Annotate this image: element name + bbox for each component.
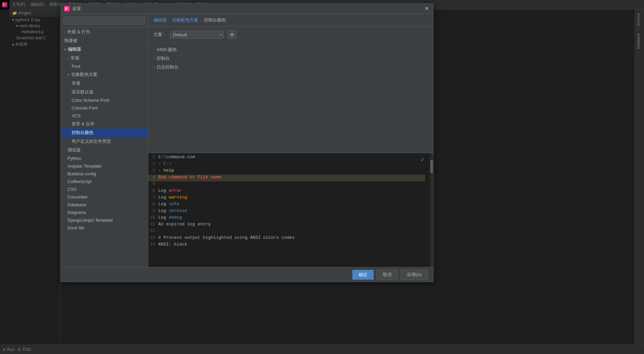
- tree-item-log-console[interactable]: › 日志控制台: [148, 63, 433, 72]
- settings-bottom: 确定 取消 应用(A): [61, 267, 433, 282]
- code-token: -: [158, 161, 164, 166]
- preview-line: 13# Process output highlighted using ANS…: [148, 235, 425, 242]
- preview-line: 9Log verbose: [148, 208, 425, 215]
- preview-code: 1C:\command.com2- C:>3- help4Bad command…: [148, 153, 425, 267]
- nav-diagrams[interactable]: Diagrams: [61, 209, 148, 216]
- tree-item-console[interactable]: › 控制台: [148, 54, 433, 63]
- preview-line: 2- C:>: [148, 161, 425, 168]
- breadcrumb-color-scheme[interactable]: 切换配色方案: [172, 17, 198, 23]
- nav-label: Buildout config: [68, 171, 96, 176]
- nav-label: Cucumber: [68, 194, 88, 200]
- preview-inner: 1C:\command.com2- C:>3- help4Bad command…: [148, 153, 433, 267]
- nav-label: 外观 & 行为: [67, 29, 90, 35]
- preview-scrollbar[interactable]: [430, 153, 433, 267]
- nav-cucumber[interactable]: Cucumber: [61, 193, 148, 201]
- nav-css[interactable]: CSS: [61, 185, 148, 193]
- nav-general2[interactable]: 常规: [61, 79, 148, 88]
- tree-item-ansi[interactable]: › ANSI 颜色: [148, 45, 433, 54]
- nav-django[interactable]: Django/Jinja2 Template: [61, 216, 148, 224]
- nav-python[interactable]: Python: [61, 154, 148, 162]
- preview-line: 8Log info: [148, 202, 425, 208]
- nav-color-scheme-font[interactable]: Color Scheme Font: [61, 96, 148, 104]
- scroll-thumb[interactable]: [430, 160, 433, 173]
- nav-dockerfile[interactable]: Dock file: [61, 224, 148, 232]
- settings-icon: P: [64, 6, 70, 11]
- preview-line: 6Log error: [148, 188, 425, 195]
- preview-line: 3- help: [148, 168, 425, 175]
- nav-label: Diagrams: [68, 210, 86, 215]
- nav-keymap[interactable]: 快捷键: [61, 36, 148, 45]
- line-number: 8: [148, 202, 158, 207]
- nav-label: 编辑器: [68, 46, 81, 52]
- close-button[interactable]: ✕: [423, 5, 430, 12]
- nav-arrow: ▾: [68, 73, 69, 77]
- code-token: Log: [158, 188, 169, 193]
- line-number: 11: [148, 222, 158, 227]
- nav-label: Font: [72, 64, 80, 69]
- nav-label: 调试器: [68, 147, 81, 153]
- preview-line: 12: [148, 228, 425, 235]
- preview-line: 1C:\command.com: [148, 154, 425, 161]
- nav-color-scheme[interactable]: ▾ 切换配色方案: [61, 70, 148, 79]
- code-token: error: [169, 188, 182, 193]
- preview-line: 4Bad command or file name: [148, 175, 425, 181]
- tree-label: ANSI 颜色: [157, 47, 177, 53]
- code-token: C:>: [164, 161, 171, 166]
- line-number: 13: [148, 235, 158, 240]
- line-content: - C:>: [158, 161, 171, 166]
- line-number: 12: [148, 228, 158, 233]
- nav-angular[interactable]: Angular Template: [61, 162, 148, 170]
- ok-button[interactable]: 确定: [352, 270, 374, 280]
- color-tree: › ANSI 颜色 › 控制台 › 日志控制台: [148, 43, 433, 153]
- code-token: ANSI:: [158, 242, 174, 247]
- code-token: debug: [169, 215, 182, 220]
- nav-general[interactable]: › 常规: [61, 54, 148, 62]
- code-token: help: [164, 168, 174, 173]
- cancel-button[interactable]: 取消: [376, 270, 398, 280]
- settings-search-input[interactable]: [64, 16, 145, 25]
- breadcrumb-sep1: ›: [169, 18, 170, 23]
- dialog-title: 设置: [72, 6, 81, 12]
- code-token: Log: [158, 215, 169, 220]
- nav-coffeescript[interactable]: CoffeeScript: [61, 178, 148, 185]
- preview-line: 10Log debug: [148, 215, 425, 222]
- tree-arrow-icon: ›: [154, 48, 155, 52]
- code-token: black: [174, 242, 187, 247]
- checkmark-icon: ✓: [420, 156, 425, 163]
- nav-appearance[interactable]: › 外观 & 行为: [61, 28, 148, 36]
- scheme-gear-button[interactable]: ⚙: [227, 30, 237, 39]
- nav-editor[interactable]: ▾ 编辑器: [61, 45, 148, 54]
- nav-lang-default[interactable]: 语言默认值: [61, 88, 148, 96]
- line-content: # Process output highlighted using ANSI …: [158, 235, 295, 240]
- nav-label: Color Scheme Font: [72, 98, 109, 103]
- nav-font[interactable]: Font: [61, 62, 148, 70]
- line-content: ANSI: black: [158, 242, 187, 247]
- content-area: 编辑器 › 切换配色方案 › 控制台颜色 方案： Default Darcula…: [148, 14, 433, 267]
- nav-label: 语言默认值: [72, 89, 93, 95]
- line-number: 14: [148, 242, 158, 247]
- nav-debugger[interactable]: 调试器: [61, 146, 148, 154]
- nav-console-colors[interactable]: 控制台颜色: [61, 128, 148, 137]
- nav-console-font[interactable]: Console Font: [61, 104, 148, 112]
- preview-line: 14ANSI: black: [148, 242, 425, 249]
- nav-arrow: ▾: [64, 48, 66, 51]
- preview-panel: 1C:\command.com2- C:>3- help4Bad command…: [148, 153, 433, 267]
- apply-button[interactable]: 应用(A): [401, 270, 428, 280]
- nav-label: Angular Template: [68, 164, 102, 169]
- line-content: Log verbose: [158, 208, 187, 213]
- nav-label: Dock file: [68, 225, 84, 230]
- nav-database[interactable]: Database: [61, 201, 148, 209]
- nav-user-file-types[interactable]: 用户定义的文件类型: [61, 137, 148, 146]
- nav-vcs[interactable]: VCS: [61, 112, 148, 120]
- nav-label: 用户定义的文件类型: [72, 138, 111, 144]
- nav-diff-merge[interactable]: 差异 & 合并: [61, 120, 148, 128]
- preview-line: 7Log warning: [148, 195, 425, 202]
- breadcrumb-editor[interactable]: 编辑器: [154, 17, 167, 23]
- nav-label: Django/Jinja2 Template: [68, 218, 113, 223]
- nav-buildout[interactable]: Buildout config: [61, 170, 148, 178]
- line-number: 4: [148, 175, 158, 180]
- breadcrumb-sep2: ›: [200, 18, 202, 23]
- scheme-select[interactable]: Default Darcula High contrast IntelliJ L…: [170, 31, 224, 39]
- code-token: Log: [158, 202, 169, 207]
- line-content: An expired log entry: [158, 222, 211, 227]
